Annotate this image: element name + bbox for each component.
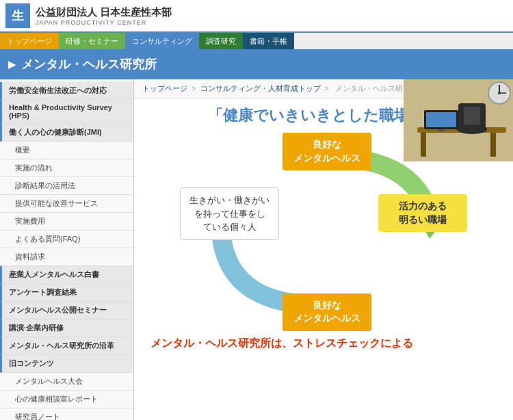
breadcrumb-sep2: > [325,84,331,92]
header: 生 公益財団法人 日本生産性本部 JAPAN PRODUCTIVITY CENT… [0,0,513,33]
svg-text:生: 生 [11,9,25,23]
logo-text: 公益財団法人 日本生産性本部 JAPAN PRODUCTIVITY CENTER [36,6,172,26]
sidebar-item-faq[interactable]: よくある質問(FAQ) [0,231,133,248]
sidebar-item-hps[interactable]: Health & Productivity Survey (HPS) [0,100,133,124]
box-right-workplace: 活力のある 明るい職場 [378,194,467,232]
logo-icon: 生 [5,3,30,28]
box-bottom-line2: メンタルヘルス [288,312,366,326]
sidebar-item-shiryo[interactable]: 資料請求 [0,248,133,266]
nav-top[interactable]: トップページ [0,33,59,49]
breadcrumb-sep1: > [192,84,198,92]
svg-rect-10 [426,112,456,127]
box-top-line1: 良好な [288,138,366,152]
box-top-mental: 良好な メンタルヘルス [282,133,371,170]
sidebar-item-enkaku[interactable]: メンタル・ヘルス研究所の沿革 [0,337,133,355]
bottom-text: メンタル・ヘルス研究所は、ストレスチェックによる [144,337,503,351]
sidebar-item-anketo[interactable]: アンケート調査結果 [0,284,133,302]
sidebar-item-jmi[interactable]: 働く人の心の健康診断(JMI) [0,124,133,142]
sidebar-section: 労働安全衛生法改正への対応 Health & Productivity Surv… [0,82,133,420]
sidebar-item-hakusho[interactable]: 産業人メンタルヘルス白書 [0,266,133,284]
cycle-diagram: 良好な メンタルヘルス 活力のある 明るい職場 生きがい・働きがい を持って仕事… [180,133,467,331]
box-left-line1: 生きがい・働きがい [186,194,273,207]
sidebar-item-taikai[interactable]: メンタルヘルス大会 [0,373,133,391]
breadcrumb-consulting[interactable]: コンサルティング・人材育成トップ [200,84,321,92]
svg-rect-7 [464,107,480,126]
box-bottom-mental: 良好な メンタルヘルス [282,293,371,331]
sidebar-item-koenkai[interactable]: 講演·企業内研修 [0,319,133,337]
box-top-line2: メンタルヘルス [288,152,366,166]
sidebar-item-cost[interactable]: 実施費用 [0,213,133,231]
logo-main-text: 公益財団法人 日本生産性本部 [36,6,172,19]
box-bottom-line1: 良好な [288,299,366,313]
box-left-line3: ている個々人 [186,220,273,234]
nav-research[interactable]: 調査研究 [199,33,243,49]
svg-rect-11 [438,129,445,131]
nav-consulting[interactable]: コンサルティング [125,33,199,49]
content-area: トップページ > コンサルティング・人材育成トップ > メンタル・ヘルス研究所 [134,79,513,420]
sidebar-item-kyuu[interactable]: 旧コンテンツ [0,355,133,373]
breadcrumb-top[interactable]: トップページ [142,84,187,92]
navigation-bar: トップページ 研修・セミナー コンサルティング 調査研究 書籍・手帳 [0,33,513,49]
nav-books[interactable]: 書籍・手帳 [243,33,294,49]
sidebar-item-soudan[interactable]: 心の健康相談室レポート [0,391,133,408]
box-right-line2: 明るい職場 [384,213,462,227]
logo-sub-text: JAPAN PRODUCTIVITY CENTER [36,19,172,26]
sidebar-item-gaiyou[interactable]: 概要 [0,142,133,159]
sidebar-item-labor[interactable]: 労働安全衛生法改正への対応 [0,82,133,100]
logo-area: 生 公益財団法人 日本生産性本部 JAPAN PRODUCTIVITY CENT… [5,3,172,28]
box-left-person: 生きがい・働きがい を持って仕事をし ている個々人 [180,187,279,240]
nav-seminar[interactable]: 研修・セミナー [59,33,125,49]
page-banner-title: メンタル・ヘルス研究所 [21,56,157,73]
content-body: 「健康でいきいきとした職場へ」 良好な [134,99,513,358]
page-banner: メンタル・ヘルス研究所 [0,49,513,79]
main-layout: 労働安全衛生法改正への対応 Health & Productivity Surv… [0,79,513,420]
sidebar-item-note[interactable]: 研究員ノート [0,408,133,420]
sidebar: 労働安全衛生法改正への対応 Health & Productivity Surv… [0,79,134,420]
box-left-line2: を持って仕事をし [186,207,273,221]
svg-rect-5 [490,133,496,157]
sidebar-item-jisshi[interactable]: 実施の流れ [0,159,133,177]
sidebar-item-kaizen[interactable]: 提供可能な改善サービス [0,195,133,213]
sidebar-item-kekka[interactable]: 診断結果の活用法 [0,177,133,195]
sidebar-item-seminar[interactable]: メンタルヘルス公開セミナー [0,302,133,319]
box-right-line1: 活力のある [384,200,462,213]
